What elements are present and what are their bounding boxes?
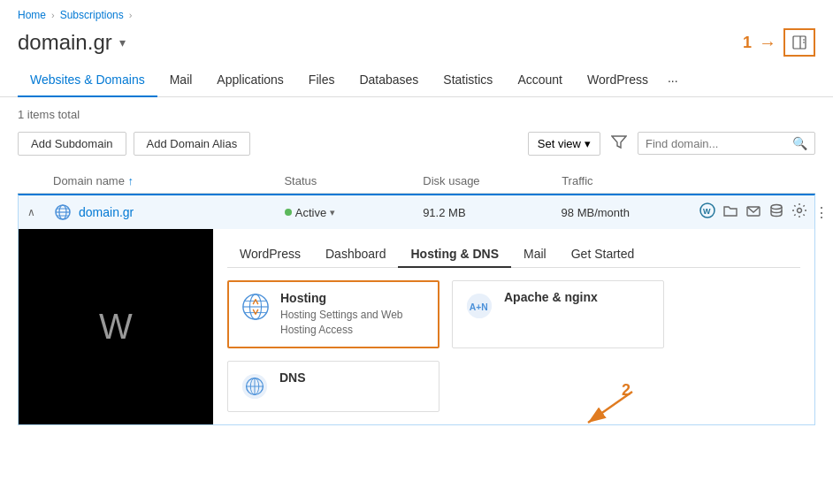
- svg-point-14: [797, 209, 801, 213]
- svg-point-13: [771, 205, 782, 210]
- dns-card-icon: [239, 370, 271, 402]
- table-header: Domain name ↑ Status Disk usage Traffic: [18, 169, 815, 194]
- main-nav-tabs: Websites & Domains Mail Applications Fil…: [0, 64, 833, 97]
- svg-text:W: W: [703, 207, 711, 216]
- domain-preview-thumbnail: W: [19, 229, 213, 424]
- tab-databases[interactable]: Databases: [347, 64, 431, 97]
- apache-nginx-card[interactable]: A+N Apache & nginx: [452, 280, 664, 348]
- panel-toggle-icon: [792, 35, 806, 50]
- tab-applications[interactable]: Applications: [204, 64, 296, 97]
- panel-toggle-button[interactable]: [783, 28, 815, 57]
- svg-text:A+N: A+N: [470, 302, 488, 312]
- cards-grid: Hosting Hosting Settings and Web Hosting…: [227, 280, 800, 412]
- domain-dropdown-icon[interactable]: ▾: [119, 35, 126, 50]
- domain-row-container: ∧ domain.gr Active ▾: [18, 194, 815, 425]
- svg-text:2: 2: [622, 383, 630, 399]
- breadcrumb: Home › Subscriptions ›: [0, 0, 833, 25]
- content-area: 1 items total Add Subdomain Add Domain A…: [0, 97, 833, 425]
- sort-icon: ↑: [128, 174, 134, 187]
- hosting-card-desc: Hosting Settings and Web Hosting Access: [280, 308, 427, 338]
- domain-name[interactable]: domain.gr: [79, 205, 134, 219]
- svg-line-23: [256, 309, 258, 315]
- search-icon: 🔍: [792, 136, 807, 150]
- filter-button[interactable]: [606, 130, 632, 157]
- set-view-chevron-icon: ▾: [585, 137, 591, 150]
- apache-nginx-card-icon: A+N: [463, 290, 495, 322]
- search-box: 🔍: [638, 132, 815, 155]
- tab-files[interactable]: Files: [296, 64, 348, 97]
- annotation-2: 2: [570, 383, 641, 439]
- annotation-1-label: 1: [743, 34, 752, 52]
- domain-row: ∧ domain.gr Active ▾: [19, 195, 814, 229]
- toolbar: Add Subdomain Add Domain Alias Set view …: [18, 130, 815, 157]
- more-tabs-button[interactable]: ···: [661, 65, 685, 96]
- right-panel: WordPress Dashboard Hosting & DNS Mail G…: [213, 229, 814, 424]
- wordpress-action-icon[interactable]: W: [699, 202, 715, 222]
- files-action-icon[interactable]: [722, 202, 738, 222]
- disk-usage-value: 91.2 MB: [423, 206, 561, 219]
- tab-websites-domains[interactable]: Websites & Domains: [18, 64, 157, 97]
- svg-line-21: [256, 300, 258, 305]
- status-dropdown-icon[interactable]: ▾: [330, 207, 335, 218]
- hosting-card-title: Hosting: [280, 291, 427, 305]
- col-status-header: Status: [284, 174, 423, 187]
- wordpress-preview-icon: W: [99, 307, 133, 347]
- breadcrumb-subscriptions[interactable]: Subscriptions: [60, 9, 124, 21]
- search-input[interactable]: [646, 137, 787, 150]
- apache-nginx-card-title: Apache & nginx: [504, 290, 653, 304]
- domain-expanded-section: W WordPress Dashboard Hosting & DNS Mail…: [19, 229, 814, 424]
- hosting-card-icon: [240, 291, 271, 323]
- annotation-1-arrow: →: [759, 33, 776, 53]
- subtab-dashboard[interactable]: Dashboard: [313, 241, 399, 268]
- set-view-button[interactable]: Set view ▾: [528, 132, 600, 156]
- tab-statistics[interactable]: Statistics: [431, 64, 505, 97]
- tab-wordpress[interactable]: WordPress: [575, 64, 661, 97]
- more-actions-icon[interactable]: ⋮: [814, 204, 829, 221]
- col-disk-header: Disk usage: [423, 174, 562, 187]
- domain-icon: [54, 203, 72, 221]
- items-count: 1 items total: [18, 108, 815, 121]
- sub-tabs: WordPress Dashboard Hosting & DNS Mail G…: [227, 241, 800, 268]
- add-domain-alias-button[interactable]: Add Domain Alias: [134, 132, 251, 156]
- subtab-mail[interactable]: Mail: [511, 241, 559, 268]
- subtab-wordpress[interactable]: WordPress: [227, 241, 313, 268]
- dns-card-title: DNS: [279, 370, 428, 385]
- subtab-get-started[interactable]: Get Started: [559, 241, 647, 268]
- settings-action-icon[interactable]: [791, 202, 807, 222]
- svg-marker-4: [612, 136, 626, 148]
- col-domain-header[interactable]: Domain name ↑: [53, 174, 284, 187]
- svg-line-32: [588, 392, 632, 423]
- traffic-value: 98 MB/month: [562, 206, 699, 219]
- mail-action-icon[interactable]: [745, 202, 761, 222]
- dns-card[interactable]: DNS: [227, 361, 439, 412]
- status-text: Active: [295, 206, 326, 219]
- svg-line-22: [253, 309, 256, 315]
- page-header: domain.gr ▾ 1 →: [0, 25, 833, 64]
- database-action-icon[interactable]: [768, 202, 784, 222]
- hosting-card[interactable]: Hosting Hosting Settings and Web Hosting…: [227, 280, 439, 348]
- add-subdomain-button[interactable]: Add Subdomain: [18, 132, 126, 156]
- tab-mail[interactable]: Mail: [157, 64, 205, 97]
- page-title: domain.gr: [18, 30, 112, 55]
- col-traffic-header: Traffic: [562, 174, 700, 187]
- status-indicator: [285, 209, 292, 216]
- subtab-hosting-dns[interactable]: Hosting & DNS: [398, 241, 511, 268]
- breadcrumb-home[interactable]: Home: [18, 9, 46, 21]
- filter-icon: [611, 134, 627, 149]
- collapse-icon[interactable]: ∧: [27, 206, 35, 218]
- svg-line-20: [253, 300, 256, 305]
- tab-account[interactable]: Account: [505, 64, 575, 97]
